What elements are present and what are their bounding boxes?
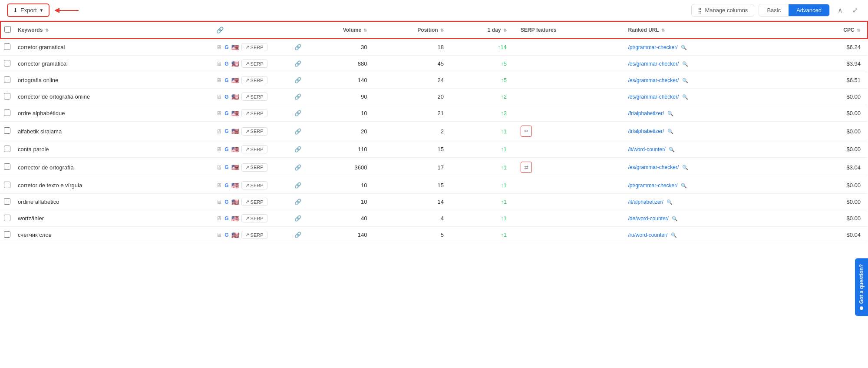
- table-row: corrector gramatical 🖥 G 🇺🇸 ↗ SERP 🔗 880…: [0, 56, 868, 72]
- search-url-icon[interactable]: 🔍: [669, 147, 675, 152]
- ranked-url-link[interactable]: /tr/alphabetizer/: [628, 128, 664, 134]
- cpc-cell: $0.00: [815, 122, 868, 141]
- search-url-icon[interactable]: 🔍: [672, 216, 678, 221]
- ranked-url-link[interactable]: /pt/grammar-checker/: [628, 182, 678, 189]
- day1-column-header[interactable]: 1 day ⇅: [454, 21, 517, 39]
- serp-button[interactable]: ↗ SERP: [241, 214, 267, 222]
- ranked-url-link[interactable]: /ru/word-counter/: [628, 232, 668, 238]
- ranked-url-column-header[interactable]: Ranked URL ⇅: [625, 21, 815, 39]
- keywords-column-header[interactable]: Keywords ⇅: [14, 21, 213, 39]
- row-checkbox[interactable]: [4, 198, 10, 205]
- flag-icon: 🇺🇸: [231, 232, 239, 239]
- link-cell: 🔗: [291, 39, 305, 56]
- serp-button[interactable]: ↗ SERP: [241, 93, 267, 101]
- ranked-url-cell: /es/grammar-checker/ 🔍: [625, 72, 815, 89]
- row-checkbox[interactable]: [4, 215, 10, 221]
- table-row: счетчик слов 🖥 G 🇺🇸 ↗ SERP 🔗 140 5 ↑1: [0, 227, 868, 243]
- fullscreen-button[interactable]: ⤢: [849, 4, 861, 17]
- search-url-icon[interactable]: 🔍: [682, 78, 688, 83]
- chart-icon: ↗: [245, 215, 249, 221]
- serp-button[interactable]: ↗ SERP: [241, 60, 267, 68]
- ranked-url-link[interactable]: /pt/grammar-checker/: [628, 44, 678, 50]
- serp-button[interactable]: ↗ SERP: [241, 231, 267, 239]
- chain-link-icon: 🔗: [294, 44, 301, 50]
- link-cell: 🔗: [291, 194, 305, 210]
- ranked-url-link[interactable]: /es/grammar-checker/: [628, 61, 679, 67]
- search-url-icon[interactable]: 🔍: [682, 94, 688, 99]
- row-checkbox[interactable]: [4, 146, 10, 152]
- ranked-url-link[interactable]: /es/grammar-checker/: [628, 164, 679, 170]
- ranked-url-link[interactable]: /it/word-counter/: [628, 146, 666, 153]
- ranked-url-link[interactable]: /es/grammar-checker/: [628, 94, 679, 100]
- google-icon: G: [224, 44, 228, 50]
- volume-cell: 40: [305, 210, 377, 227]
- collapse-button[interactable]: ∧: [834, 4, 846, 17]
- serp-label: SERP: [251, 61, 264, 66]
- tab-basic[interactable]: Basic: [759, 4, 789, 16]
- export-button[interactable]: ⬇ Export ▼: [7, 3, 50, 17]
- row-checkbox-cell: [0, 72, 14, 89]
- row-checkbox-cell: [0, 210, 14, 227]
- download-icon: ⬇: [13, 7, 18, 13]
- row-checkbox[interactable]: [4, 127, 10, 134]
- position-cell: 2: [377, 122, 454, 141]
- row-checkbox[interactable]: [4, 231, 10, 238]
- serp-button[interactable]: ↗ SERP: [241, 198, 267, 206]
- monitor-icon: 🖥: [216, 44, 222, 50]
- serp-button[interactable]: ↗ SERP: [241, 145, 267, 153]
- row-checkbox[interactable]: [4, 182, 10, 188]
- search-url-icon[interactable]: 🔍: [681, 183, 687, 188]
- keyword-cell: ordine alfabetico: [14, 194, 213, 210]
- search-url-icon[interactable]: 🔍: [681, 45, 687, 50]
- row-checkbox[interactable]: [4, 109, 10, 116]
- toolbar-left: ⬇ Export ▼: [7, 3, 81, 17]
- volume-column-header[interactable]: Volume ⇅: [305, 21, 377, 39]
- ranked-url-link[interactable]: /es/grammar-checker/: [628, 77, 679, 83]
- day1-value: ↑5: [501, 77, 507, 83]
- search-url-icon[interactable]: 🔍: [682, 61, 688, 66]
- volume-cell: 10: [305, 177, 377, 194]
- search-url-icon[interactable]: 🔍: [667, 129, 673, 134]
- ranked-url-link[interactable]: /de/word-counter/: [628, 215, 669, 222]
- ranked-url-link[interactable]: /fr/alphabetizer/: [628, 110, 664, 116]
- day1-value: ↑1: [501, 182, 507, 189]
- row-checkbox[interactable]: [4, 43, 10, 50]
- manage-columns-button[interactable]: ⣿ Manage columns: [691, 4, 754, 17]
- cpc-cell: $0.00: [815, 210, 868, 227]
- link-cell: 🔗: [291, 158, 305, 177]
- search-url-icon[interactable]: 🔍: [682, 165, 688, 170]
- chart-icon: ↗: [245, 182, 249, 188]
- row-checkbox[interactable]: [4, 76, 10, 83]
- serp-button[interactable]: ↗ SERP: [241, 76, 267, 84]
- keyword-cell: ortografia online: [14, 72, 213, 89]
- ranked-url-cell: /es/grammar-checker/ 🔍: [625, 89, 815, 105]
- row-checkbox[interactable]: [4, 93, 10, 99]
- tab-advanced[interactable]: Advanced: [789, 4, 829, 16]
- ranked-url-link[interactable]: /it/alphabetizer/: [628, 199, 663, 205]
- monitor-icon: 🖥: [216, 232, 222, 238]
- select-all-checkbox[interactable]: [4, 26, 11, 33]
- search-url-icon[interactable]: 🔍: [667, 199, 673, 205]
- chart-icon: ↗: [245, 61, 249, 66]
- serp-button[interactable]: ↗ SERP: [241, 181, 267, 189]
- monitor-icon: 🖥: [216, 60, 222, 67]
- chart-icon: ↗: [245, 232, 249, 238]
- serp-button[interactable]: ↗ SERP: [241, 109, 267, 117]
- row-checkbox-cell: [0, 39, 14, 56]
- cpc-column-header[interactable]: CPC ⇅: [815, 21, 868, 39]
- sort-icon: ⇅: [363, 28, 367, 33]
- serp-button[interactable]: ↗ SERP: [241, 43, 267, 51]
- row-checkbox[interactable]: [4, 60, 10, 66]
- chain-link-icon: 🔗: [294, 182, 301, 189]
- link-cell: 🔗: [291, 105, 305, 122]
- row-checkbox-cell: [0, 56, 14, 72]
- serp-button[interactable]: ↗ SERP: [241, 163, 267, 172]
- sort-icon: ⇅: [45, 28, 49, 33]
- serp-button[interactable]: ↗ SERP: [241, 127, 267, 136]
- position-column-header[interactable]: Position ⇅: [377, 21, 454, 39]
- search-url-icon[interactable]: 🔍: [667, 111, 673, 116]
- search-url-icon[interactable]: 🔍: [671, 232, 677, 238]
- day1-cell: ↑1: [454, 158, 517, 177]
- row-checkbox[interactable]: [4, 163, 10, 170]
- chain-link-icon: 🔗: [294, 146, 301, 153]
